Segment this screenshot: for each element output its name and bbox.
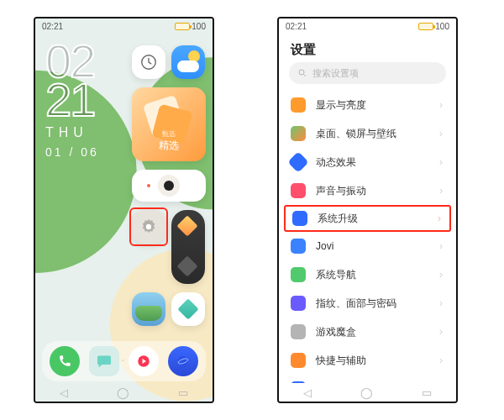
clock-date: 01 / 06 — [45, 145, 99, 159]
nav-recent-icon[interactable]: ▭ — [422, 387, 432, 398]
settings-row-system-manage-label: 系统管理 — [316, 382, 439, 384]
settings-row-biometrics[interactable]: 指纹、面部与密码› — [279, 289, 456, 318]
settings-row-display[interactable]: 显示与亮度› — [279, 91, 456, 119]
settings-row-wallpaper[interactable]: 桌面、锁屏与壁纸› — [279, 119, 456, 148]
settings-row-system-upgrade[interactable]: 系统升级› — [284, 205, 451, 232]
settings-row-wallpaper-label: 桌面、锁屏与壁纸 — [316, 127, 439, 141]
settings-row-game-label: 游戏魔盒 — [316, 325, 439, 339]
featured-label: 甄选 精选 — [132, 129, 206, 153]
folder-dark[interactable] — [171, 210, 205, 284]
app-weather[interactable] — [171, 45, 205, 79]
settings-list[interactable]: 显示与亮度›桌面、锁屏与壁纸›动态效果›声音与振动›系统升级›Jovi›系统导航… — [279, 91, 456, 383]
search-placeholder: 搜索设置项 — [312, 67, 359, 80]
app-camera[interactable] — [132, 170, 206, 202]
settings-row-navigation[interactable]: 系统导航› — [279, 260, 456, 289]
clock-minutes: 21 — [45, 79, 99, 121]
status-battery: 100 — [418, 22, 449, 31]
chevron-right-icon: › — [439, 185, 443, 197]
settings-row-game-icon — [291, 324, 306, 339]
svg-point-4 — [178, 356, 188, 366]
chevron-right-icon: › — [439, 297, 443, 309]
dock-music[interactable] — [129, 346, 159, 376]
camera-lens-icon — [158, 175, 180, 197]
globe-icon — [176, 354, 191, 369]
phone-settings: 02:21 100 设置 搜索设置项 显示与亮度›桌面、锁屏与壁纸›动态效果›声… — [277, 17, 458, 403]
settings-row-display-icon — [291, 97, 306, 113]
battery-icon — [175, 23, 190, 30]
settings-row-system-manage-icon — [291, 381, 306, 383]
status-bar: 02:21 100 — [279, 18, 456, 34]
clock-widget[interactable]: 02 21 THU 01 / 06 — [45, 40, 99, 159]
settings-row-game[interactable]: 游戏魔盒› — [279, 318, 456, 346]
app-teal[interactable] — [171, 292, 205, 326]
clock-icon — [139, 53, 158, 71]
nav-bar: ◁ ◯ ▭ — [35, 385, 213, 400]
settings-row-biometrics-icon — [291, 296, 306, 311]
nav-back-icon[interactable]: ◁ — [303, 387, 312, 398]
settings-row-navigation-label: 系统导航 — [316, 268, 439, 282]
status-battery: 100 — [175, 22, 206, 31]
settings-row-system-upgrade-label: 系统升级 — [318, 212, 438, 226]
chevron-right-icon: › — [439, 156, 443, 168]
settings-row-accessibility[interactable]: 快捷与辅助› — [279, 346, 456, 375]
chevron-right-icon: › — [439, 99, 443, 111]
settings-row-jovi-label: Jovi — [316, 240, 439, 252]
camera-led-icon — [147, 184, 150, 187]
status-bar: 02:21 100 — [35, 18, 213, 34]
landscape-icon — [135, 306, 162, 321]
dock-messages[interactable] — [89, 346, 119, 376]
chevron-right-icon: › — [439, 240, 443, 252]
search-input[interactable]: 搜索设置项 — [289, 62, 446, 84]
settings-row-wallpaper-icon — [291, 126, 306, 141]
dock-phone[interactable] — [50, 346, 80, 376]
search-icon — [297, 68, 307, 78]
chat-icon — [96, 354, 113, 368]
page-title: 设置 — [291, 42, 316, 58]
cube-grey-icon — [176, 255, 197, 276]
cloud-icon — [177, 60, 199, 72]
widget-featured[interactable]: 甄选 精选 — [132, 87, 206, 161]
cube-teal-icon — [177, 298, 198, 319]
app-gallery[interactable] — [132, 292, 165, 326]
settings-row-motion-icon — [287, 151, 308, 172]
settings-row-jovi[interactable]: Jovi› — [279, 232, 456, 260]
app-clock[interactable] — [132, 45, 165, 79]
battery-icon — [418, 23, 433, 30]
clock-dow: THU — [45, 125, 99, 140]
music-icon — [136, 354, 151, 369]
dock — [42, 341, 206, 381]
settings-row-accessibility-icon — [291, 353, 306, 368]
settings-row-motion[interactable]: 动态效果› — [279, 148, 456, 176]
settings-row-system-manage[interactable]: 系统管理› — [279, 375, 456, 383]
settings-row-display-label: 显示与亮度 — [316, 98, 439, 113]
settings-row-sound-icon — [291, 183, 306, 198]
chevron-right-icon: › — [439, 326, 443, 338]
settings-page: 02:21 100 设置 搜索设置项 显示与亮度›桌面、锁屏与壁纸›动态效果›声… — [279, 18, 456, 402]
settings-row-sound[interactable]: 声音与振动› — [279, 176, 456, 205]
nav-bar: ◁ ◯ ▭ — [279, 385, 456, 400]
highlight-settings — [129, 207, 168, 246]
cube-orange-icon — [176, 215, 197, 236]
nav-home-icon[interactable]: ◯ — [117, 387, 129, 398]
dock-browser[interactable] — [168, 346, 198, 376]
nav-back-icon[interactable]: ◁ — [60, 387, 68, 398]
settings-row-motion-label: 动态效果 — [316, 155, 439, 170]
svg-line-7 — [304, 75, 307, 77]
settings-row-system-upgrade-icon — [292, 211, 307, 226]
settings-row-jovi-icon — [291, 239, 306, 254]
status-time: 02:21 — [42, 22, 63, 31]
chevron-right-icon: › — [439, 128, 443, 139]
settings-row-navigation-icon — [291, 267, 306, 282]
nav-recent-icon[interactable]: ▭ — [178, 387, 188, 398]
chevron-right-icon: › — [438, 213, 441, 224]
chevron-right-icon: › — [439, 269, 443, 281]
phone-home: 02:21 100 02 21 THU 01 / 06 甄选 精选 — [34, 17, 214, 403]
settings-row-accessibility-label: 快捷与辅助 — [316, 354, 439, 368]
phone-icon — [57, 354, 72, 369]
svg-point-6 — [299, 70, 304, 75]
chevron-right-icon: › — [439, 354, 443, 366]
status-time: 02:21 — [286, 22, 307, 31]
settings-row-sound-label: 声音与振动 — [316, 184, 439, 198]
settings-row-biometrics-label: 指纹、面部与密码 — [316, 297, 439, 311]
nav-home-icon[interactable]: ◯ — [360, 387, 373, 398]
